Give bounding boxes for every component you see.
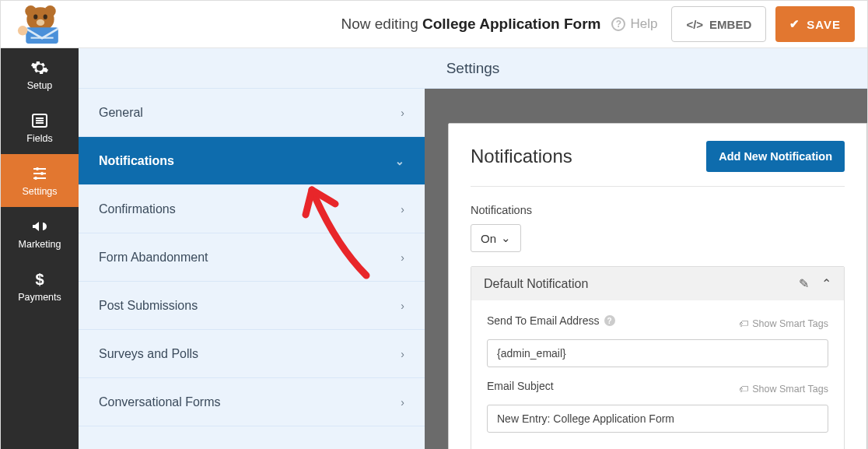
sidebar-item-fields[interactable]: Fields [1,101,79,154]
subnav-item-conversational[interactable]: Conversational Forms› [79,378,425,426]
subnav-item-form-abandonment[interactable]: Form Abandonment› [79,233,425,282]
subnav-item-notifications[interactable]: Notifications⌄ [79,137,425,185]
chevron-right-icon: › [401,107,404,119]
panel-title: Notifications [471,146,572,167]
embed-button[interactable]: </> EMBED [671,6,766,42]
svg-point-4 [44,15,47,19]
toggle-label: Notifications [471,204,845,216]
svg-text:$: $ [35,271,44,288]
notifications-toggle[interactable]: On ⌄ [471,224,521,252]
code-icon: </> [686,18,703,31]
settings-subnav: General› Notifications⌄ Confirmations› F… [79,89,425,449]
send-to-label: Send To Email Address? [487,314,615,327]
svg-rect-6 [26,27,58,44]
tag-icon: 🏷 [739,384,749,395]
check-icon: ✔ [789,17,800,31]
subject-label: Email Subject [487,380,554,392]
smart-tags-link[interactable]: 🏷Show Smart Tags [739,318,828,329]
chevron-right-icon: › [401,203,404,216]
chevron-right-icon: › [401,396,404,409]
sidebar-item-payments[interactable]: $ Payments [1,260,79,313]
send-to-input[interactable] [487,339,828,367]
help-link[interactable]: ? Help [611,16,657,32]
svg-point-18 [34,177,37,180]
collapse-icon[interactable]: ⌃ [821,276,831,291]
chevron-right-icon: › [401,300,404,312]
help-icon[interactable]: ? [604,315,615,326]
subject-input[interactable] [487,405,828,433]
save-button[interactable]: ✔ SAVE [775,6,855,42]
list-icon [30,111,49,130]
primary-sidebar: Setup Fields Settings Marketing $ Paymen… [1,48,79,449]
chevron-down-icon: ⌄ [395,155,404,167]
chevron-down-icon: ⌄ [501,231,511,245]
dollar-icon: $ [30,270,49,289]
smart-tags-link[interactable]: 🏷Show Smart Tags [739,384,828,395]
subnav-item-surveys[interactable]: Surveys and Polls› [79,330,425,378]
sidebar-item-settings[interactable]: Settings [1,154,79,207]
svg-point-3 [33,15,37,19]
add-notification-button[interactable]: Add New Notification [706,141,845,172]
svg-rect-7 [31,37,54,39]
editing-label: Now editing College Application Form [341,16,600,33]
sidebar-item-setup[interactable]: Setup [1,48,79,101]
gear-icon [30,58,49,77]
svg-point-16 [40,172,44,175]
subnav-item-post-submissions[interactable]: Post Submissions› [79,282,425,330]
notification-row-header[interactable]: Default Notification ✎ ⌃ [471,267,844,300]
app-logo [9,1,72,47]
edit-icon[interactable]: ✎ [799,276,809,291]
help-icon: ? [611,17,625,31]
page-title: Settings [79,48,867,89]
notifications-panel: Notifications Add New Notification Notif… [448,123,867,449]
svg-point-8 [18,26,27,35]
chevron-right-icon: › [401,251,404,264]
subnav-item-confirmations[interactable]: Confirmations› [79,185,425,233]
svg-point-14 [36,167,39,170]
chevron-right-icon: › [401,348,404,360]
tag-icon: 🏷 [739,318,749,329]
bullhorn-icon [30,217,49,236]
sidebar-item-marketing[interactable]: Marketing [1,207,79,260]
sliders-icon [30,164,49,183]
svg-point-5 [37,19,44,26]
subnav-item-general[interactable]: General› [79,89,425,137]
